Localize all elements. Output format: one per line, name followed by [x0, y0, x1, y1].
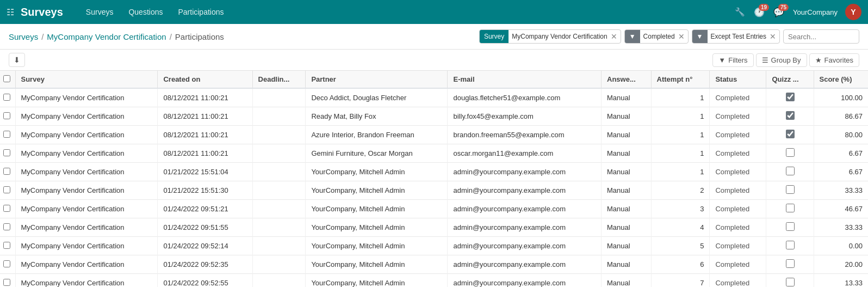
table-row: MyCompany Vendor Certification 01/24/202…	[0, 237, 868, 255]
row-survey[interactable]: MyCompany Vendor Certification	[15, 88, 158, 107]
header-checkbox-cell	[0, 71, 15, 88]
row-score: 80.00	[814, 126, 868, 144]
row-checkbox-cell	[0, 88, 15, 107]
clock-button[interactable]: 🕐 19	[752, 5, 767, 20]
row-attempt: 7	[651, 274, 710, 288]
row-created-on: 01/24/2022 09:52:14	[158, 237, 252, 255]
row-email: admin@yourcompany.example.com	[448, 237, 602, 255]
header-quiz[interactable]: Quizz ...	[766, 71, 814, 88]
row-partner: Gemini Furniture, Oscar Morgan	[306, 144, 448, 163]
grid-icon[interactable]: ☷	[7, 7, 14, 17]
nav-surveys[interactable]: Surveys	[78, 0, 121, 24]
row-survey[interactable]: MyCompany Vendor Certification	[15, 218, 158, 237]
survey-filter-value: MyCompany Vendor Certification ✕	[509, 32, 620, 41]
table-row: MyCompany Vendor Certification 08/12/202…	[0, 88, 868, 107]
nav-questions[interactable]: Questions	[121, 0, 170, 24]
quiz-checkbox[interactable]	[786, 222, 795, 231]
quiz-checkbox[interactable]	[786, 185, 795, 194]
row-checkbox[interactable]	[3, 242, 10, 249]
survey-filter-close[interactable]: ✕	[611, 32, 617, 41]
row-checkbox[interactable]	[3, 112, 10, 119]
wrench-button[interactable]: 🔧	[733, 5, 747, 19]
right-icons: 🔧 🕐 19 💬 75 YourCompany Y	[733, 4, 861, 20]
quiz-checkbox[interactable]	[786, 130, 795, 138]
row-checkbox[interactable]	[3, 149, 10, 156]
row-checkbox[interactable]	[3, 94, 10, 101]
select-all-checkbox[interactable]	[3, 75, 10, 82]
row-checkbox[interactable]	[3, 131, 10, 138]
group-by-button[interactable]: ☰ Group By	[756, 53, 807, 67]
app-title: Surveys	[21, 6, 63, 19]
header-status[interactable]: Status	[710, 71, 766, 88]
row-deadline	[252, 126, 306, 144]
row-survey[interactable]: MyCompany Vendor Certification	[15, 237, 158, 255]
row-survey[interactable]: MyCompany Vendor Certification	[15, 181, 158, 200]
quiz-checkbox[interactable]	[786, 204, 795, 212]
row-answer: Manual	[602, 274, 652, 288]
row-deadline	[252, 181, 306, 200]
breadcrumb-vendor-cert[interactable]: MyCompany Vendor Certification	[47, 32, 166, 41]
row-created-on: 08/12/2021 11:00:21	[158, 144, 252, 163]
row-quiz	[766, 126, 814, 144]
header-deadline[interactable]: Deadlin...	[252, 71, 306, 88]
row-checkbox[interactable]	[3, 279, 10, 286]
breadcrumb-surveys[interactable]: Surveys	[9, 32, 38, 41]
row-survey[interactable]: MyCompany Vendor Certification	[15, 126, 158, 144]
row-score: 6.67	[814, 144, 868, 163]
quiz-checkbox[interactable]	[786, 278, 795, 286]
star-icon: ★	[815, 56, 822, 64]
header-score[interactable]: Score (%)	[814, 71, 868, 88]
quiz-checkbox[interactable]	[786, 111, 795, 120]
quiz-checkbox[interactable]	[786, 167, 795, 175]
header-attempt[interactable]: Attempt n°	[651, 71, 710, 88]
row-survey[interactable]: MyCompany Vendor Certification	[15, 200, 158, 218]
row-survey[interactable]: MyCompany Vendor Certification	[15, 255, 158, 274]
row-status: Completed	[710, 255, 766, 274]
row-created-on: 01/24/2022 09:52:55	[158, 274, 252, 288]
row-score: 0.00	[814, 237, 868, 255]
row-checkbox[interactable]	[3, 260, 10, 267]
row-partner: Deco Addict, Douglas Fletcher	[306, 88, 448, 107]
status-filter-tag: ▼ Completed ✕	[624, 29, 689, 44]
breadcrumb-sep2: /	[170, 32, 172, 41]
header-survey[interactable]: Survey	[15, 71, 158, 88]
row-quiz	[766, 255, 814, 274]
quiz-checkbox[interactable]	[786, 241, 795, 249]
row-status: Completed	[710, 144, 766, 163]
header-email[interactable]: E-mail	[448, 71, 602, 88]
header-partner[interactable]: Partner	[306, 71, 448, 88]
row-status: Completed	[710, 274, 766, 288]
row-status: Completed	[710, 218, 766, 237]
row-checkbox[interactable]	[3, 223, 10, 230]
except-filter-close[interactable]: ✕	[770, 32, 776, 41]
quiz-checkbox[interactable]	[786, 259, 795, 268]
avatar[interactable]: Y	[845, 4, 861, 20]
row-survey[interactable]: MyCompany Vendor Certification	[15, 163, 158, 181]
nav-participations[interactable]: Participations	[170, 0, 231, 24]
header-answer[interactable]: Answe...	[602, 71, 652, 88]
row-score: 13.33	[814, 274, 868, 288]
row-created-on: 01/24/2022 09:52:35	[158, 255, 252, 274]
table-row: MyCompany Vendor Certification 01/24/202…	[0, 274, 868, 288]
chat-button[interactable]: 💬 75	[771, 5, 786, 20]
table-row: MyCompany Vendor Certification 01/24/202…	[0, 255, 868, 274]
status-filter-close[interactable]: ✕	[678, 32, 685, 41]
search-input[interactable]	[783, 29, 859, 44]
favorites-button[interactable]: ★ Favorites	[809, 53, 859, 67]
quiz-checkbox[interactable]	[786, 148, 795, 157]
filters-button[interactable]: ▼ Filters	[712, 53, 753, 67]
row-checkbox[interactable]	[3, 205, 10, 212]
breadcrumb-bar: Surveys / MyCompany Vendor Certification…	[0, 24, 868, 50]
row-survey[interactable]: MyCompany Vendor Certification	[15, 107, 158, 126]
quiz-checkbox[interactable]	[786, 93, 795, 101]
row-attempt: 1	[651, 144, 710, 163]
row-created-on: 01/24/2022 09:51:55	[158, 218, 252, 237]
download-button[interactable]: ⬇	[9, 53, 25, 67]
survey-filter-tag: Survey MyCompany Vendor Certification ✕	[479, 29, 621, 44]
row-checkbox[interactable]	[3, 168, 10, 175]
row-checkbox-cell	[0, 218, 15, 237]
header-created-on[interactable]: Created on	[158, 71, 252, 88]
row-survey[interactable]: MyCompany Vendor Certification	[15, 144, 158, 163]
row-checkbox[interactable]	[3, 186, 10, 193]
row-survey[interactable]: MyCompany Vendor Certification	[15, 274, 158, 288]
